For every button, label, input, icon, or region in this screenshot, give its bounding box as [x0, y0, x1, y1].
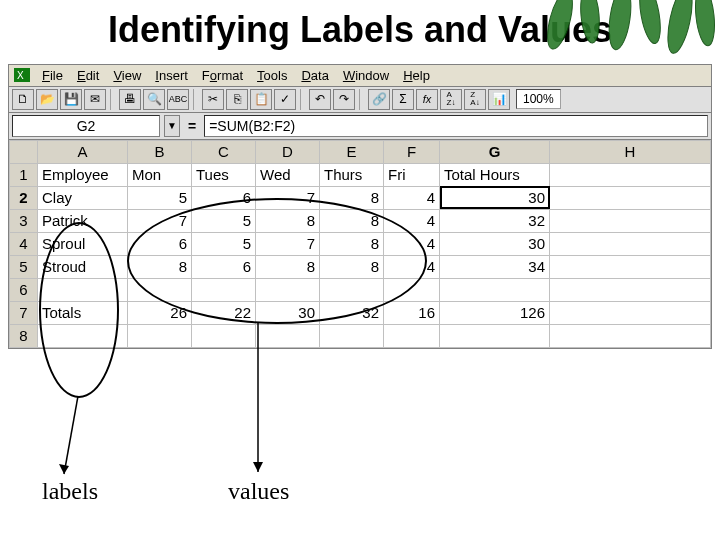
copy-icon[interactable]: ⎘ — [226, 89, 248, 110]
preview-icon[interactable]: 🔍 — [143, 89, 165, 110]
cell[interactable]: 34 — [440, 255, 550, 278]
row-header-2[interactable]: 2 — [10, 186, 38, 209]
autosum-icon[interactable]: Σ — [392, 89, 414, 110]
menu-format[interactable]: Format — [195, 67, 250, 84]
sort-asc-icon[interactable]: AZ↓ — [440, 89, 462, 110]
menu-tools[interactable]: Tools — [250, 67, 294, 84]
row-header-5[interactable]: 5 — [10, 255, 38, 278]
sort-desc-icon[interactable]: ZA↓ — [464, 89, 486, 110]
menu-help[interactable]: Help — [396, 67, 437, 84]
cell[interactable]: 7 — [256, 232, 320, 255]
cell[interactable] — [440, 278, 550, 301]
save-icon[interactable]: 💾 — [60, 89, 82, 110]
spreadsheet-grid[interactable]: A B C D E F G H 1 Employee Mon Tues Wed … — [9, 140, 711, 348]
cell[interactable] — [550, 324, 711, 347]
row-header-6[interactable]: 6 — [10, 278, 38, 301]
cell[interactable]: 5 — [128, 186, 192, 209]
spell-icon[interactable]: ABC — [167, 89, 189, 110]
table-row[interactable]: 5 Stroud 8 6 8 8 4 34 — [10, 255, 711, 278]
col-header-c[interactable]: C — [192, 140, 256, 163]
cell[interactable]: 126 — [440, 301, 550, 324]
cell[interactable] — [550, 232, 711, 255]
cell[interactable]: 5 — [192, 209, 256, 232]
name-box-dropdown-icon[interactable]: ▼ — [164, 115, 180, 137]
col-header-g[interactable]: G — [440, 140, 550, 163]
table-row[interactable]: 1 Employee Mon Tues Wed Thurs Fri Total … — [10, 163, 711, 186]
col-header-b[interactable]: B — [128, 140, 192, 163]
paste-icon[interactable]: 📋 — [250, 89, 272, 110]
cell[interactable]: Mon — [128, 163, 192, 186]
table-row[interactable]: 7 Totals 26 22 30 32 16 126 — [10, 301, 711, 324]
cell[interactable]: 16 — [384, 301, 440, 324]
table-row[interactable]: 4 Sproul 6 5 7 8 4 30 — [10, 232, 711, 255]
cell[interactable]: Totals — [38, 301, 128, 324]
table-row[interactable]: 2 Clay 5 6 7 8 4 30 — [10, 186, 711, 209]
cell[interactable]: Patrick — [38, 209, 128, 232]
cell[interactable]: Thurs — [320, 163, 384, 186]
cell[interactable] — [128, 324, 192, 347]
open-icon[interactable]: 📂 — [36, 89, 58, 110]
cell[interactable]: 4 — [384, 232, 440, 255]
col-header-f[interactable]: F — [384, 140, 440, 163]
chart-icon[interactable]: 📊 — [488, 89, 510, 110]
cell[interactable]: Total Hours — [440, 163, 550, 186]
cell[interactable]: 8 — [320, 232, 384, 255]
cell[interactable]: 8 — [320, 255, 384, 278]
cut-icon[interactable]: ✂ — [202, 89, 224, 110]
cell[interactable]: 32 — [320, 301, 384, 324]
table-row[interactable]: 3 Patrick 7 5 8 8 4 32 — [10, 209, 711, 232]
cell[interactable]: Sproul — [38, 232, 128, 255]
cell[interactable] — [320, 324, 384, 347]
cell[interactable] — [550, 255, 711, 278]
cell[interactable] — [38, 324, 128, 347]
email-icon[interactable]: ✉ — [84, 89, 106, 110]
cell[interactable]: Fri — [384, 163, 440, 186]
format-painter-icon[interactable]: ✓ — [274, 89, 296, 110]
cell[interactable]: 26 — [128, 301, 192, 324]
menu-window[interactable]: Window — [336, 67, 396, 84]
cell[interactable] — [192, 278, 256, 301]
table-row[interactable]: 8 — [10, 324, 711, 347]
col-header-e[interactable]: E — [320, 140, 384, 163]
cell[interactable]: 6 — [128, 232, 192, 255]
cell[interactable]: 4 — [384, 255, 440, 278]
cell[interactable]: 8 — [256, 209, 320, 232]
undo-icon[interactable]: ↶ — [309, 89, 331, 110]
cell[interactable] — [440, 324, 550, 347]
cell[interactable] — [256, 324, 320, 347]
select-all-corner[interactable] — [10, 140, 38, 163]
cell[interactable]: Employee — [38, 163, 128, 186]
hyperlink-icon[interactable]: 🔗 — [368, 89, 390, 110]
cell[interactable]: 32 — [440, 209, 550, 232]
table-row[interactable]: 6 — [10, 278, 711, 301]
cell[interactable]: 6 — [192, 255, 256, 278]
col-header-a[interactable]: A — [38, 140, 128, 163]
row-header-8[interactable]: 8 — [10, 324, 38, 347]
menu-data[interactable]: Data — [294, 67, 335, 84]
row-header-4[interactable]: 4 — [10, 232, 38, 255]
cell[interactable] — [550, 186, 711, 209]
cell[interactable]: 8 — [256, 255, 320, 278]
active-cell[interactable]: 30 — [440, 186, 550, 209]
row-header-7[interactable]: 7 — [10, 301, 38, 324]
menu-edit[interactable]: Edit — [70, 67, 106, 84]
cell[interactable]: 7 — [256, 186, 320, 209]
cell[interactable]: 8 — [128, 255, 192, 278]
print-icon[interactable]: 🖶 — [119, 89, 141, 110]
cell[interactable]: 7 — [128, 209, 192, 232]
cell[interactable]: Tues — [192, 163, 256, 186]
cell[interactable]: 8 — [320, 209, 384, 232]
name-box[interactable]: G2 — [12, 115, 160, 137]
cell[interactable]: 6 — [192, 186, 256, 209]
cell[interactable]: 30 — [440, 232, 550, 255]
cell[interactable]: 8 — [320, 186, 384, 209]
row-header-3[interactable]: 3 — [10, 209, 38, 232]
cell[interactable]: 4 — [384, 186, 440, 209]
cell[interactable] — [128, 278, 192, 301]
cell[interactable] — [256, 278, 320, 301]
cell[interactable]: Wed — [256, 163, 320, 186]
cell[interactable] — [550, 301, 711, 324]
cell[interactable] — [320, 278, 384, 301]
zoom-box[interactable]: 100% — [516, 89, 561, 109]
cell[interactable]: 4 — [384, 209, 440, 232]
